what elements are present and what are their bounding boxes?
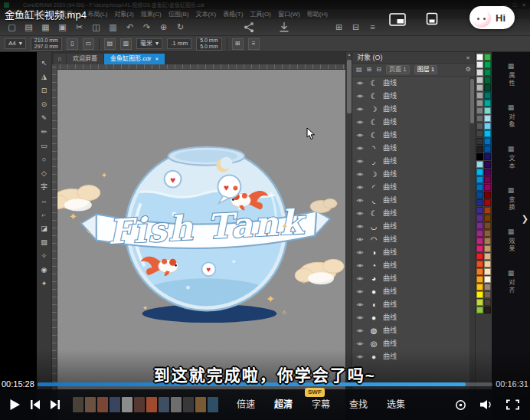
object-row[interactable]: ◡曲线	[352, 220, 469, 233]
canvas-scrollbar[interactable]: ▲ ▼	[345, 52, 352, 420]
color-swatch[interactable]	[484, 268, 491, 275]
color-swatch[interactable]	[484, 184, 491, 191]
cut-icon[interactable]: ✂	[74, 23, 84, 31]
filmstrip-thumbnail[interactable]	[97, 397, 108, 412]
color-swatch[interactable]	[484, 61, 491, 68]
filmstrip-thumbnail[interactable]	[195, 397, 206, 412]
color-swatch[interactable]	[484, 169, 491, 176]
zoom-tool[interactable]: ⊙	[39, 100, 50, 109]
color-swatch[interactable]	[484, 54, 491, 61]
color-swatch[interactable]	[476, 276, 483, 283]
previous-button[interactable]	[30, 399, 41, 410]
eyedropper-tool[interactable]: ✧	[39, 251, 50, 261]
docker-close-icon[interactable]: ✕	[466, 55, 470, 61]
toolbar-options-button[interactable]: ≡	[248, 38, 260, 50]
pages-list-icon[interactable]: ▤	[356, 67, 362, 73]
visibility-eye-icon[interactable]	[356, 302, 365, 307]
tab-document[interactable]: 金鱼缸图形.cdr ✕	[104, 54, 165, 64]
color-swatch[interactable]	[484, 291, 491, 298]
color-swatch[interactable]	[476, 54, 483, 61]
object-row[interactable]: ◖曲线	[352, 298, 469, 311]
visibility-eye-icon[interactable]	[356, 250, 365, 255]
filmstrip-thumbnail[interactable]	[110, 397, 120, 412]
color-swatch[interactable]	[476, 184, 483, 191]
object-row[interactable]: ☾曲线	[352, 90, 469, 103]
color-swatch[interactable]	[476, 69, 483, 76]
collapse-all-icon[interactable]: ⊟	[376, 67, 381, 73]
rectangle-tool[interactable]: ▭	[39, 141, 50, 150]
speed-button[interactable]: 倍速	[237, 400, 255, 409]
refresh-icon[interactable]: ↻	[175, 23, 185, 31]
episodes-button[interactable]: 选集	[387, 400, 405, 409]
color-swatch[interactable]	[484, 146, 491, 153]
fill-tool[interactable]: ◉	[39, 265, 50, 274]
object-row[interactable]: ●曲线	[352, 285, 469, 298]
volume-icon[interactable]	[479, 399, 493, 410]
next-button[interactable]	[50, 399, 61, 410]
picture-in-picture-button[interactable]	[389, 13, 406, 26]
redo-icon[interactable]: ↷	[142, 23, 152, 31]
color-swatch[interactable]	[484, 138, 491, 145]
quality-button[interactable]: 超清	[274, 400, 293, 409]
object-row[interactable]: ◜曲线	[352, 181, 469, 194]
color-swatch[interactable]	[476, 253, 483, 260]
filmstrip-thumbnail[interactable]	[146, 397, 157, 412]
color-swatch[interactable]	[484, 92, 491, 99]
color-swatch[interactable]	[484, 161, 491, 168]
color-swatch[interactable]	[484, 115, 491, 122]
color-swatch[interactable]	[484, 261, 491, 267]
all-pages-button[interactable]: ▤	[104, 38, 116, 50]
visibility-eye-icon[interactable]	[356, 276, 365, 281]
scroll-up-icon[interactable]: ▲	[346, 53, 352, 57]
text-tool[interactable]: 字	[39, 182, 50, 192]
color-swatch[interactable]	[476, 192, 483, 199]
object-row[interactable]: ◠曲线	[352, 233, 469, 246]
visibility-eye-icon[interactable]	[356, 198, 365, 203]
fullscreen-icon[interactable]	[506, 399, 519, 410]
color-swatch[interactable]	[476, 291, 483, 298]
menu-item[interactable]: 布局(L)	[88, 11, 108, 18]
open-icon[interactable]: ▤	[24, 23, 34, 31]
object-row[interactable]: ●曲线	[352, 350, 469, 363]
color-swatch[interactable]	[484, 84, 491, 91]
color-swatch[interactable]	[484, 100, 491, 107]
color-swatch[interactable]	[476, 77, 483, 84]
visibility-eye-icon[interactable]	[356, 120, 365, 125]
page-breadcrumb[interactable]: 页面 1	[386, 65, 410, 74]
visibility-eye-icon[interactable]	[356, 341, 365, 346]
color-swatch[interactable]	[476, 100, 483, 107]
copy-icon[interactable]: ◫	[91, 23, 101, 31]
new-document-icon[interactable]: ▢	[7, 23, 17, 31]
visibility-eye-icon[interactable]	[356, 159, 365, 164]
download-icon[interactable]	[279, 21, 290, 33]
dimension-tool[interactable]: ↔	[39, 196, 50, 205]
export-icon[interactable]: ⊟	[351, 23, 361, 31]
assistant-widget[interactable]: Hi	[469, 6, 515, 29]
color-swatch[interactable]	[476, 146, 483, 153]
docker-tab[interactable]: ▦对象	[508, 104, 515, 129]
color-swatch[interactable]	[484, 107, 491, 114]
menu-item[interactable]: 窗口(W)	[278, 11, 300, 18]
layer-breadcrumb[interactable]: 图层 1	[414, 65, 438, 74]
menu-item[interactable]: 对象(J)	[114, 11, 133, 18]
filmstrip-thumbnail[interactable]	[73, 397, 83, 412]
menu-item[interactable]: 帮助(H)	[307, 11, 328, 18]
filmstrip-thumbnail[interactable]	[159, 397, 169, 412]
color-swatch[interactable]	[484, 299, 491, 306]
landscape-button[interactable]: ▭	[83, 38, 94, 50]
color-swatch[interactable]	[476, 115, 483, 122]
visibility-eye-icon[interactable]	[356, 146, 365, 151]
menu-item[interactable]: 效果(C)	[141, 11, 162, 18]
find-button[interactable]: 查找	[349, 400, 368, 409]
color-swatch[interactable]	[476, 299, 483, 306]
visibility-eye-icon[interactable]	[356, 263, 365, 268]
duplicate-distance-input[interactable]: 5.0 mm 5.0 mm	[196, 38, 221, 51]
color-swatch[interactable]	[476, 261, 483, 267]
filmstrip-thumbnail[interactable]	[183, 397, 194, 412]
color-swatch[interactable]	[476, 222, 483, 229]
color-swatch[interactable]	[476, 245, 483, 252]
polygon-tool[interactable]: ◇	[39, 169, 50, 178]
color-swatch[interactable]	[476, 169, 483, 176]
tab-welcome-screen[interactable]: 欢迎屏幕	[67, 54, 103, 64]
filmstrip-thumbnail[interactable]	[85, 397, 96, 412]
